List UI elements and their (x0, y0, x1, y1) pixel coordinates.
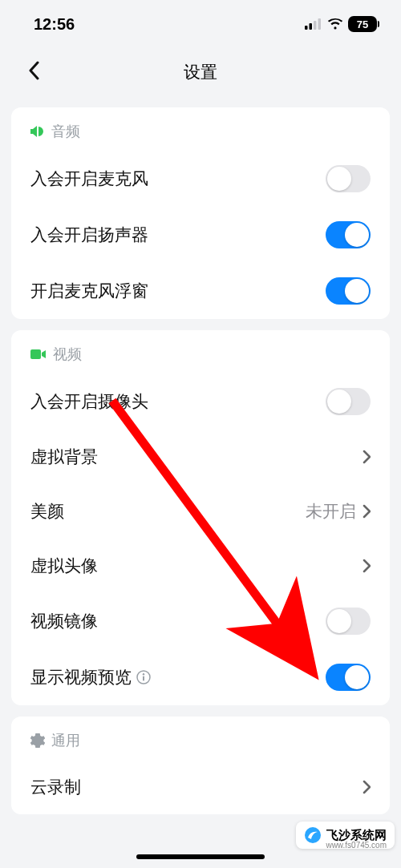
toggle-mirror[interactable] (326, 608, 371, 635)
svg-point-9 (305, 827, 321, 843)
toggle-join-speaker[interactable] (326, 221, 371, 248)
section-header-audio: 音频 (11, 107, 390, 151)
row-label: 虚拟背景 (30, 446, 98, 468)
gear-icon (30, 733, 45, 748)
svg-rect-1 (310, 23, 313, 30)
svg-rect-3 (318, 18, 322, 30)
nav-bar: 设置 (0, 48, 401, 96)
row-label: 显示视频预览 (30, 666, 151, 688)
chevron-right-icon (363, 504, 371, 519)
camera-icon (30, 349, 47, 360)
chevron-left-icon (27, 61, 40, 80)
row-join-camera: 入会开启摄像头 (11, 373, 390, 430)
svg-rect-7 (143, 676, 144, 681)
row-cloud-recording[interactable]: 云录制 (11, 760, 390, 814)
row-label: 云录制 (30, 776, 81, 798)
cellular-signal-icon (305, 18, 322, 30)
back-button[interactable] (27, 61, 40, 83)
section-header-label: 通用 (51, 731, 80, 750)
chevron-right-icon (363, 559, 371, 573)
row-label: 开启麦克风浮窗 (30, 280, 148, 302)
row-join-speaker: 入会开启扬声器 (11, 207, 390, 263)
section-header-video: 视频 (11, 330, 390, 373)
toggle-mic-float[interactable] (326, 277, 371, 305)
row-label: 虚拟头像 (30, 555, 98, 577)
info-icon[interactable] (136, 670, 151, 684)
row-virtual-bg[interactable]: 虚拟背景 (11, 430, 390, 484)
toggle-join-mic[interactable] (326, 165, 371, 192)
section-general: 通用 云录制 (11, 717, 390, 814)
row-mic-float: 开启麦克风浮窗 (11, 263, 390, 319)
svg-rect-2 (314, 21, 317, 30)
watermark: 飞沙系统网 www.fs0745.com (296, 822, 395, 849)
svg-point-6 (143, 673, 144, 675)
toggle-preview[interactable] (326, 664, 371, 691)
section-header-label: 视频 (53, 345, 82, 364)
toggle-join-camera[interactable] (326, 388, 371, 415)
section-header-general: 通用 (11, 717, 390, 760)
home-indicator (0, 846, 401, 868)
status-bar: 12:56 75 (0, 0, 401, 48)
row-label: 入会开启麦克风 (30, 168, 148, 190)
section-header-label: 音频 (51, 122, 80, 141)
status-time: 12:56 (34, 15, 75, 34)
row-beauty[interactable]: 美颜 未开启 (11, 484, 390, 539)
speaker-icon (30, 125, 45, 138)
row-mirror: 视频镜像 (11, 593, 390, 649)
svg-rect-0 (305, 26, 308, 30)
svg-rect-4 (30, 349, 41, 359)
row-label: 入会开启摄像头 (30, 390, 148, 413)
row-value: 未开启 (306, 500, 356, 523)
row-label: 美颜 (30, 500, 64, 523)
row-join-mic: 入会开启麦克风 (11, 151, 390, 207)
battery-indicator: 75 (348, 16, 377, 32)
logo-icon (304, 826, 322, 844)
wifi-icon (327, 18, 343, 30)
row-preview: 显示视频预览 (11, 649, 390, 705)
chevron-right-icon (363, 450, 371, 464)
section-audio: 音频 入会开启麦克风 入会开启扬声器 开启麦克风浮窗 (11, 107, 390, 319)
chevron-right-icon (363, 780, 371, 794)
status-indicators: 75 (305, 16, 377, 32)
row-label: 视频镜像 (30, 610, 98, 632)
section-video: 视频 入会开启摄像头 虚拟背景 美颜 未开启 虚拟头像 视频镜像 显示视频预览 (11, 330, 390, 705)
page-title: 设置 (184, 61, 217, 83)
row-virtual-avatar[interactable]: 虚拟头像 (11, 539, 390, 593)
row-label: 入会开启扬声器 (30, 224, 148, 246)
